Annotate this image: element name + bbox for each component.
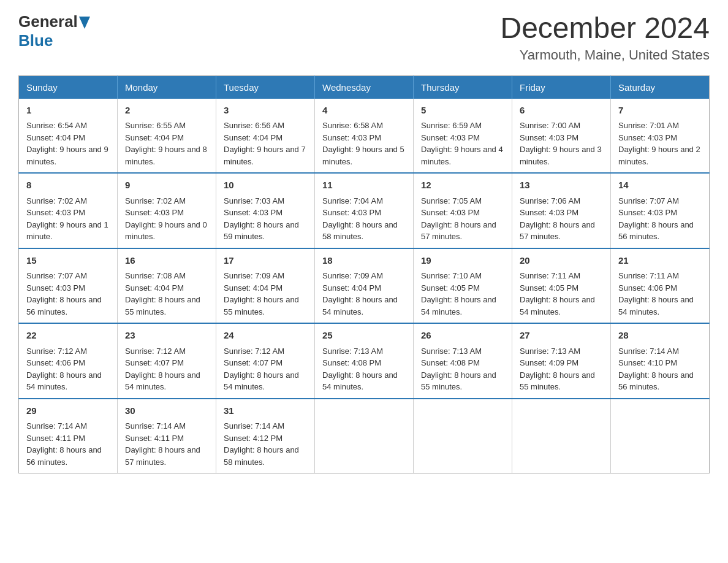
table-row: 22Sunrise: 7:12 AMSunset: 4:06 PMDayligh… (19, 323, 118, 399)
day-number: 21 (618, 254, 702, 268)
day-number: 1 (26, 104, 110, 118)
day-number: 28 (618, 329, 702, 343)
day-info: Sunrise: 7:07 AMSunset: 4:03 PMDaylight:… (618, 196, 694, 242)
table-row: 20Sunrise: 7:11 AMSunset: 4:05 PMDayligh… (512, 248, 611, 324)
table-row: 4Sunrise: 6:58 AMSunset: 4:03 PMDaylight… (315, 99, 414, 174)
table-row: 17Sunrise: 7:09 AMSunset: 4:04 PMDayligh… (216, 248, 315, 324)
day-number: 12 (421, 178, 504, 193)
day-number: 26 (421, 329, 504, 343)
calendar-week-1: 1Sunrise: 6:54 AMSunset: 4:04 PMDaylight… (19, 99, 710, 174)
day-info: Sunrise: 7:10 AMSunset: 4:05 PMDaylight:… (421, 271, 496, 316)
day-number: 16 (125, 254, 208, 268)
day-info: Sunrise: 7:12 AMSunset: 4:06 PMDaylight:… (26, 347, 102, 392)
day-info: Sunrise: 6:54 AMSunset: 4:04 PMDaylight:… (26, 121, 108, 166)
day-number: 27 (520, 329, 603, 343)
logo-general-text: General (18, 12, 78, 31)
col-friday: Friday (512, 75, 611, 99)
table-row: 9Sunrise: 7:02 AMSunset: 4:03 PMDaylight… (118, 173, 216, 248)
day-info: Sunrise: 7:14 AMSunset: 4:11 PMDaylight:… (125, 421, 200, 467)
day-number: 4 (322, 104, 406, 118)
day-info: Sunrise: 7:06 AMSunset: 4:03 PMDaylight:… (520, 196, 595, 242)
table-row: 11Sunrise: 7:04 AMSunset: 4:03 PMDayligh… (315, 173, 414, 248)
table-row: 16Sunrise: 7:08 AMSunset: 4:04 PMDayligh… (118, 248, 216, 324)
day-number: 18 (322, 254, 406, 268)
col-sunday: Sunday (19, 75, 118, 99)
calendar-week-4: 22Sunrise: 7:12 AMSunset: 4:06 PMDayligh… (19, 323, 710, 399)
title-area: December 2024 Yarmouth, Maine, United St… (500, 12, 710, 63)
day-number: 3 (224, 104, 307, 118)
day-info: Sunrise: 7:07 AMSunset: 4:03 PMDaylight:… (26, 271, 102, 316)
calendar-table: Sunday Monday Tuesday Wednesday Thursday… (18, 75, 710, 474)
calendar-header-row: Sunday Monday Tuesday Wednesday Thursday… (19, 75, 710, 99)
col-thursday: Thursday (414, 75, 512, 99)
table-row: 31Sunrise: 7:14 AMSunset: 4:12 PMDayligh… (216, 399, 315, 473)
day-number: 22 (26, 329, 110, 343)
logo-blue-text: Blue (18, 31, 53, 50)
day-info: Sunrise: 6:58 AMSunset: 4:03 PMDaylight:… (322, 121, 404, 166)
day-number: 24 (224, 329, 307, 343)
day-number: 7 (618, 104, 702, 118)
day-info: Sunrise: 7:13 AMSunset: 4:08 PMDaylight:… (322, 347, 398, 392)
day-info: Sunrise: 7:01 AMSunset: 4:03 PMDaylight:… (618, 121, 700, 166)
table-row (315, 399, 414, 473)
day-number: 11 (322, 178, 406, 193)
day-number: 25 (322, 329, 406, 343)
table-row: 12Sunrise: 7:05 AMSunset: 4:03 PMDayligh… (414, 173, 512, 248)
table-row (414, 399, 512, 473)
day-info: Sunrise: 7:14 AMSunset: 4:10 PMDaylight:… (618, 347, 694, 392)
day-info: Sunrise: 7:14 AMSunset: 4:12 PMDaylight:… (224, 421, 299, 467)
day-info: Sunrise: 7:05 AMSunset: 4:03 PMDaylight:… (421, 196, 496, 242)
col-monday: Monday (118, 75, 216, 99)
day-info: Sunrise: 7:08 AMSunset: 4:04 PMDaylight:… (125, 271, 200, 316)
day-info: Sunrise: 7:02 AMSunset: 4:03 PMDaylight:… (26, 196, 108, 242)
day-info: Sunrise: 7:09 AMSunset: 4:04 PMDaylight:… (224, 271, 299, 316)
day-number: 19 (421, 254, 504, 268)
day-info: Sunrise: 7:04 AMSunset: 4:03 PMDaylight:… (322, 196, 398, 242)
day-number: 31 (224, 404, 307, 418)
day-number: 17 (224, 254, 307, 268)
table-row: 14Sunrise: 7:07 AMSunset: 4:03 PMDayligh… (611, 173, 710, 248)
table-row: 15Sunrise: 7:07 AMSunset: 4:03 PMDayligh… (19, 248, 118, 324)
table-row: 7Sunrise: 7:01 AMSunset: 4:03 PMDaylight… (611, 99, 710, 174)
day-number: 10 (224, 178, 307, 193)
day-info: Sunrise: 7:02 AMSunset: 4:03 PMDaylight:… (125, 196, 207, 242)
table-row: 27Sunrise: 7:13 AMSunset: 4:09 PMDayligh… (512, 323, 611, 399)
table-row: 19Sunrise: 7:10 AMSunset: 4:05 PMDayligh… (414, 248, 512, 324)
day-number: 5 (421, 104, 504, 118)
table-row: 25Sunrise: 7:13 AMSunset: 4:08 PMDayligh… (315, 323, 414, 399)
day-number: 6 (520, 104, 603, 118)
day-info: Sunrise: 7:13 AMSunset: 4:09 PMDaylight:… (520, 347, 595, 392)
day-info: Sunrise: 7:11 AMSunset: 4:06 PMDaylight:… (618, 271, 694, 316)
day-info: Sunrise: 7:11 AMSunset: 4:05 PMDaylight:… (520, 271, 595, 316)
logo: General Blue (18, 12, 90, 50)
day-info: Sunrise: 7:00 AMSunset: 4:03 PMDaylight:… (520, 121, 602, 166)
table-row: 26Sunrise: 7:13 AMSunset: 4:08 PMDayligh… (414, 323, 512, 399)
table-row: 10Sunrise: 7:03 AMSunset: 4:03 PMDayligh… (216, 173, 315, 248)
table-row: 24Sunrise: 7:12 AMSunset: 4:07 PMDayligh… (216, 323, 315, 399)
table-row: 2Sunrise: 6:55 AMSunset: 4:04 PMDaylight… (118, 99, 216, 174)
day-info: Sunrise: 7:13 AMSunset: 4:08 PMDaylight:… (421, 347, 496, 392)
table-row: 18Sunrise: 7:09 AMSunset: 4:04 PMDayligh… (315, 248, 414, 324)
page-header: General Blue December 2024 Yarmouth, Mai… (18, 12, 710, 63)
day-info: Sunrise: 6:59 AMSunset: 4:03 PMDaylight:… (421, 121, 503, 166)
day-info: Sunrise: 7:14 AMSunset: 4:11 PMDaylight:… (26, 421, 102, 467)
day-info: Sunrise: 6:56 AMSunset: 4:04 PMDaylight:… (224, 121, 306, 166)
day-number: 9 (125, 178, 208, 193)
day-number: 8 (26, 178, 110, 193)
day-number: 13 (520, 178, 603, 193)
calendar-week-3: 15Sunrise: 7:07 AMSunset: 4:03 PMDayligh… (19, 248, 710, 324)
calendar-week-2: 8Sunrise: 7:02 AMSunset: 4:03 PMDaylight… (19, 173, 710, 248)
day-number: 14 (618, 178, 702, 193)
table-row: 6Sunrise: 7:00 AMSunset: 4:03 PMDaylight… (512, 99, 611, 174)
day-number: 20 (520, 254, 603, 268)
table-row (611, 399, 710, 473)
table-row (512, 399, 611, 473)
table-row: 5Sunrise: 6:59 AMSunset: 4:03 PMDaylight… (414, 99, 512, 174)
day-info: Sunrise: 6:55 AMSunset: 4:04 PMDaylight:… (125, 121, 207, 166)
day-number: 2 (125, 104, 208, 118)
day-number: 29 (26, 404, 110, 418)
location-title: Yarmouth, Maine, United States (500, 47, 710, 63)
day-number: 30 (125, 404, 208, 418)
table-row: 8Sunrise: 7:02 AMSunset: 4:03 PMDaylight… (19, 173, 118, 248)
logo-arrow-icon (79, 17, 90, 29)
